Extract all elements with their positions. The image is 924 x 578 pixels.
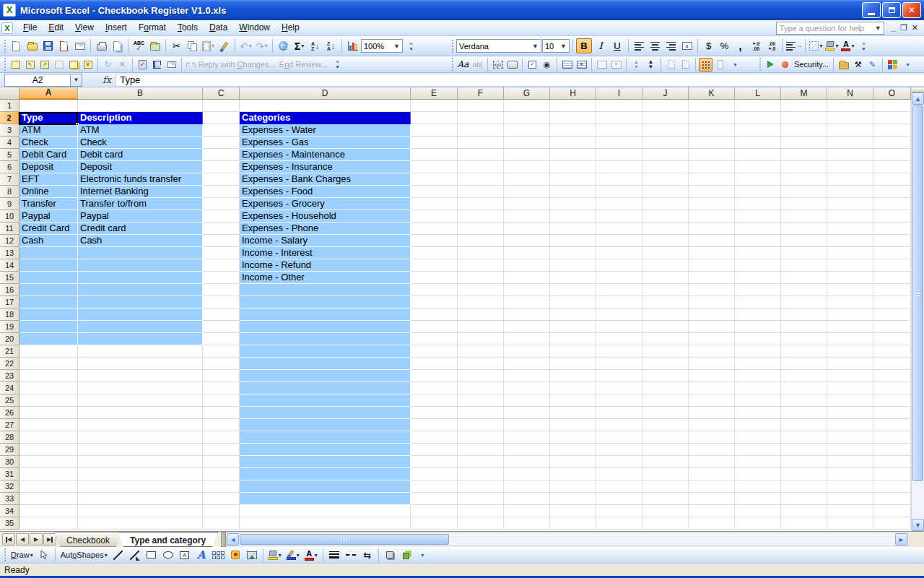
cell-M9[interactable] <box>781 198 827 210</box>
cell-I31[interactable] <box>596 468 642 480</box>
last-sheet-button[interactable]: ▶ <box>43 533 56 545</box>
cell-M28[interactable] <box>781 431 827 444</box>
cell-H24[interactable] <box>550 382 596 394</box>
cell-M11[interactable] <box>781 223 827 235</box>
cell-K8[interactable] <box>689 186 735 198</box>
draw-font-color-button[interactable]: A▾ <box>302 548 320 562</box>
cell-N1[interactable] <box>827 100 873 112</box>
cell-I24[interactable] <box>596 382 642 394</box>
combo-box-2-button[interactable]: ▾ <box>609 58 623 72</box>
cell-D2[interactable]: Categories <box>240 112 411 124</box>
cell-H6[interactable] <box>550 161 596 173</box>
cell-C21[interactable] <box>203 345 240 358</box>
spelling-button[interactable]: ABC✓ <box>131 38 147 53</box>
cell-L21[interactable] <box>735 345 781 358</box>
cell-N35[interactable] <box>827 517 873 530</box>
cell-O23[interactable] <box>873 370 911 382</box>
menu-item-file[interactable]: File <box>17 21 43 35</box>
row-header-20[interactable]: 20 <box>0 333 19 345</box>
cell-M17[interactable] <box>781 296 827 309</box>
restore-button[interactable] <box>882 2 901 18</box>
cell-F16[interactable] <box>458 284 504 296</box>
cell-B25[interactable] <box>78 394 203 407</box>
cell-F22[interactable] <box>458 358 504 370</box>
cell-C33[interactable] <box>203 493 240 505</box>
autoshapes-menu-button[interactable]: AutoShapes▾ <box>58 548 110 562</box>
cell-O19[interactable] <box>873 321 911 333</box>
track-changes-button[interactable]: ✓ <box>136 58 149 72</box>
cell-I19[interactable] <box>596 321 642 333</box>
cell-C12[interactable] <box>203 235 240 247</box>
cell-I2[interactable] <box>596 112 642 124</box>
cell-I9[interactable] <box>596 198 642 210</box>
zoom-combo[interactable]: 100%▼ <box>361 39 403 53</box>
vertical-scroll-track[interactable] <box>912 482 924 519</box>
cell-G35[interactable] <box>504 517 550 530</box>
cell-B11[interactable]: Credit card <box>78 223 203 235</box>
name-box[interactable]: A2 <box>4 74 71 87</box>
cell-C6[interactable] <box>203 161 240 173</box>
cell-C30[interactable] <box>203 456 240 468</box>
cell-B34[interactable] <box>78 505 203 517</box>
cell-B15[interactable] <box>78 272 203 284</box>
cell-H33[interactable] <box>550 493 596 505</box>
cell-L6[interactable] <box>735 161 781 173</box>
cell-H3[interactable] <box>550 124 596 137</box>
cell-H31[interactable] <box>550 468 596 480</box>
reply-with-changes-button[interactable]: ↱↰ Reply with Changes... <box>185 57 277 72</box>
cell-D19[interactable] <box>240 321 411 333</box>
cell-D10[interactable]: Expenses - Household <box>240 210 411 223</box>
font-size-combo[interactable]: 10▼ <box>542 39 570 53</box>
dash-style-button[interactable] <box>343 548 359 562</box>
cell-G17[interactable] <box>504 296 550 309</box>
toolbar-options-button[interactable]: ▾ <box>728 57 743 72</box>
cell-A32[interactable] <box>19 480 78 493</box>
cell-F20[interactable] <box>458 333 504 345</box>
cell-K18[interactable] <box>689 309 735 321</box>
cell-K20[interactable] <box>689 333 735 345</box>
cell-B1[interactable] <box>78 100 203 112</box>
cell-M3[interactable] <box>781 124 827 137</box>
cell-M14[interactable] <box>781 259 827 272</box>
cell-I32[interactable] <box>596 480 642 493</box>
cell-K33[interactable] <box>689 493 735 505</box>
cell-F5[interactable] <box>458 149 504 161</box>
cell-A22[interactable] <box>19 358 78 370</box>
cell-N31[interactable] <box>827 468 873 480</box>
row-header-23[interactable]: 23 <box>0 370 19 382</box>
cell-N9[interactable] <box>827 198 873 210</box>
cell-B24[interactable] <box>78 382 203 394</box>
cell-I10[interactable] <box>596 210 642 223</box>
cell-D25[interactable] <box>240 394 411 407</box>
cell-K12[interactable] <box>689 235 735 247</box>
cell-G10[interactable] <box>504 210 550 223</box>
cell-A24[interactable] <box>19 382 78 394</box>
cell-H1[interactable] <box>550 100 596 112</box>
undo-button[interactable]: ↶▾ <box>238 38 253 53</box>
cell-B12[interactable]: Cash <box>78 235 203 247</box>
cell-I21[interactable] <box>596 345 642 358</box>
cell-L27[interactable] <box>735 419 781 431</box>
list-box-button[interactable] <box>560 58 574 72</box>
vertical-scrollbar[interactable]: ▲ ▼ <box>911 87 924 531</box>
cell-G3[interactable] <box>504 124 550 137</box>
cell-A10[interactable]: Paypal <box>19 210 78 223</box>
cell-K27[interactable] <box>689 419 735 431</box>
cell-G24[interactable] <box>504 382 550 394</box>
underline-button[interactable]: U <box>609 38 625 53</box>
cell-E23[interactable] <box>411 370 458 382</box>
cell-A13[interactable] <box>19 247 78 259</box>
cell-H15[interactable] <box>550 272 596 284</box>
fill-color-button[interactable]: ▾ <box>824 38 840 53</box>
toggle-grid-button[interactable] <box>699 58 712 72</box>
cell-L12[interactable] <box>735 235 781 247</box>
cell-H10[interactable] <box>550 210 596 223</box>
menu-item-help[interactable]: Help <box>276 21 305 35</box>
cell-F19[interactable] <box>458 321 504 333</box>
cell-K2[interactable] <box>689 112 735 124</box>
cell-C15[interactable] <box>203 272 240 284</box>
cell-H7[interactable] <box>550 173 596 186</box>
cell-I12[interactable] <box>596 235 642 247</box>
sheet-tab-checkbook[interactable]: Checkbook <box>54 532 122 547</box>
cell-J8[interactable] <box>642 186 689 198</box>
